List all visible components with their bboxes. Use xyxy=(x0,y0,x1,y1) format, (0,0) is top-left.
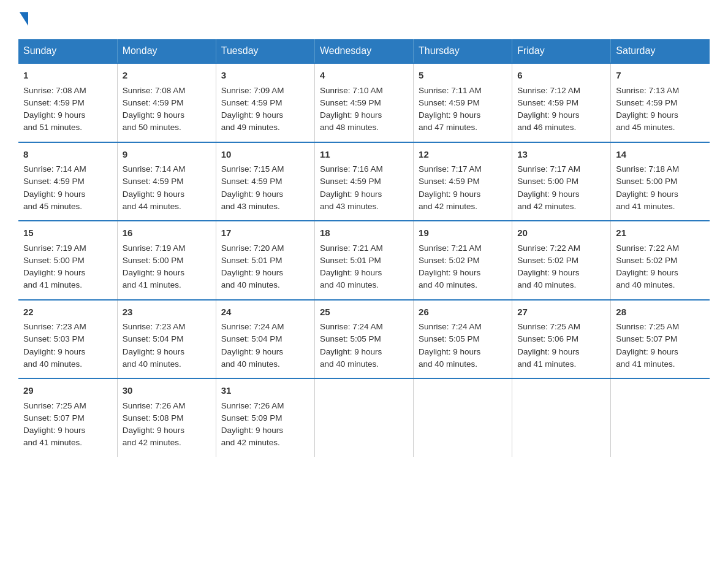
calendar-cell: 30 Sunrise: 7:26 AM Sunset: 5:08 PM Dayl… xyxy=(117,378,216,457)
day-number: 17 xyxy=(221,226,309,240)
week-row-2: 8 Sunrise: 7:14 AM Sunset: 4:59 PM Dayli… xyxy=(18,142,710,221)
day-sunset: Sunset: 5:06 PM xyxy=(517,334,578,343)
logo-triangle-icon xyxy=(20,12,28,26)
day-sunrise: Sunrise: 7:15 AM xyxy=(221,164,284,174)
day-daylight-min: and 42 minutes. xyxy=(419,202,477,211)
day-sunset: Sunset: 5:07 PM xyxy=(23,413,85,423)
day-daylight: Daylight: 9 hours xyxy=(320,190,382,199)
day-sunrise: Sunrise: 7:12 AM xyxy=(517,86,580,95)
day-sunrise: Sunrise: 7:17 AM xyxy=(419,164,482,174)
calendar-cell: 14 Sunrise: 7:18 AM Sunset: 5:00 PM Dayl… xyxy=(611,142,710,221)
day-daylight-min: and 44 minutes. xyxy=(123,202,181,211)
day-number: 7 xyxy=(616,69,705,83)
day-daylight: Daylight: 9 hours xyxy=(616,347,678,356)
day-sunset: Sunset: 4:59 PM xyxy=(23,98,85,107)
day-number: 16 xyxy=(123,226,211,240)
day-sunset: Sunset: 4:59 PM xyxy=(419,98,480,107)
day-daylight: Daylight: 9 hours xyxy=(320,110,382,120)
day-number: 12 xyxy=(419,148,507,162)
day-daylight-min: and 41 minutes. xyxy=(616,202,675,211)
calendar-cell: 21 Sunrise: 7:22 AM Sunset: 5:02 PM Dayl… xyxy=(611,221,710,300)
day-sunrise: Sunrise: 7:08 AM xyxy=(23,86,86,95)
day-sunrise: Sunrise: 7:22 AM xyxy=(517,243,580,253)
day-sunset: Sunset: 5:02 PM xyxy=(616,256,677,265)
day-daylight: Daylight: 9 hours xyxy=(517,110,579,120)
calendar-cell: 6 Sunrise: 7:12 AM Sunset: 4:59 PM Dayli… xyxy=(512,63,611,142)
day-sunset: Sunset: 5:00 PM xyxy=(517,177,578,186)
day-sunset: Sunset: 4:59 PM xyxy=(221,177,282,186)
day-sunset: Sunset: 5:05 PM xyxy=(320,334,381,343)
day-daylight-min: and 40 minutes. xyxy=(419,280,477,289)
day-number: 27 xyxy=(517,305,605,320)
calendar-cell: 4 Sunrise: 7:10 AM Sunset: 4:59 PM Dayli… xyxy=(314,63,413,142)
day-daylight-min: and 50 minutes. xyxy=(123,123,181,132)
day-daylight-min: and 40 minutes. xyxy=(23,359,82,369)
day-daylight-min: and 40 minutes. xyxy=(616,280,675,289)
week-row-4: 22 Sunrise: 7:23 AM Sunset: 5:03 PM Dayl… xyxy=(18,300,710,379)
day-number: 18 xyxy=(320,226,408,240)
day-sunset: Sunset: 5:08 PM xyxy=(123,413,184,423)
day-daylight-min: and 41 minutes. xyxy=(123,280,181,289)
calendar-cell xyxy=(611,378,710,457)
day-sunset: Sunset: 5:09 PM xyxy=(221,413,282,423)
day-daylight-min: and 40 minutes. xyxy=(123,359,181,369)
day-sunset: Sunset: 5:00 PM xyxy=(616,177,677,186)
day-sunset: Sunset: 5:02 PM xyxy=(419,256,480,265)
weekday-sunday: Sunday xyxy=(18,39,117,63)
day-daylight: Daylight: 9 hours xyxy=(221,190,283,199)
day-daylight-min: and 48 minutes. xyxy=(320,123,379,132)
day-number: 24 xyxy=(221,305,309,320)
calendar-cell: 7 Sunrise: 7:13 AM Sunset: 4:59 PM Dayli… xyxy=(611,63,710,142)
day-daylight-min: and 41 minutes. xyxy=(517,359,576,369)
calendar-cell: 2 Sunrise: 7:08 AM Sunset: 4:59 PM Dayli… xyxy=(117,63,216,142)
day-number: 1 xyxy=(23,69,112,83)
day-sunset: Sunset: 4:59 PM xyxy=(123,98,184,107)
day-number: 25 xyxy=(320,305,408,320)
calendar-cell xyxy=(414,378,512,457)
day-sunrise: Sunrise: 7:23 AM xyxy=(23,322,86,331)
day-sunrise: Sunrise: 7:13 AM xyxy=(616,86,679,95)
day-number: 3 xyxy=(221,69,309,83)
day-sunrise: Sunrise: 7:18 AM xyxy=(616,164,679,174)
weekday-friday: Friday xyxy=(512,39,611,63)
day-sunrise: Sunrise: 7:14 AM xyxy=(23,164,86,174)
day-daylight-min: and 40 minutes. xyxy=(221,280,280,289)
day-daylight-min: and 45 minutes. xyxy=(616,123,675,132)
day-daylight: Daylight: 9 hours xyxy=(123,426,184,435)
day-daylight-min: and 47 minutes. xyxy=(419,123,477,132)
day-number: 6 xyxy=(517,69,605,83)
day-sunset: Sunset: 5:03 PM xyxy=(23,334,85,343)
day-sunrise: Sunrise: 7:25 AM xyxy=(23,401,86,410)
day-daylight: Daylight: 9 hours xyxy=(517,268,579,277)
day-daylight-min: and 46 minutes. xyxy=(517,123,576,132)
day-daylight: Daylight: 9 hours xyxy=(419,190,480,199)
calendar-cell: 31 Sunrise: 7:26 AM Sunset: 5:09 PM Dayl… xyxy=(216,378,314,457)
day-daylight-min: and 49 minutes. xyxy=(221,123,280,132)
week-row-5: 29 Sunrise: 7:25 AM Sunset: 5:07 PM Dayl… xyxy=(18,378,710,457)
calendar-cell: 9 Sunrise: 7:14 AM Sunset: 4:59 PM Dayli… xyxy=(117,142,216,221)
day-number: 22 xyxy=(23,305,112,320)
day-sunrise: Sunrise: 7:14 AM xyxy=(123,164,186,174)
day-number: 14 xyxy=(616,148,705,162)
day-daylight: Daylight: 9 hours xyxy=(419,110,480,120)
calendar-cell: 13 Sunrise: 7:17 AM Sunset: 5:00 PM Dayl… xyxy=(512,142,611,221)
day-sunrise: Sunrise: 7:11 AM xyxy=(419,86,482,95)
calendar-cell: 22 Sunrise: 7:23 AM Sunset: 5:03 PM Dayl… xyxy=(18,300,117,379)
day-daylight-min: and 41 minutes. xyxy=(23,438,82,447)
calendar-cell: 24 Sunrise: 7:24 AM Sunset: 5:04 PM Dayl… xyxy=(216,300,314,379)
day-daylight-min: and 43 minutes. xyxy=(320,202,379,211)
day-daylight-min: and 51 minutes. xyxy=(23,123,82,132)
day-sunrise: Sunrise: 7:19 AM xyxy=(123,243,186,253)
calendar-body: 1 Sunrise: 7:08 AM Sunset: 4:59 PM Dayli… xyxy=(18,63,710,457)
day-number: 13 xyxy=(517,148,605,162)
day-daylight-min: and 40 minutes. xyxy=(320,280,379,289)
day-number: 29 xyxy=(23,384,112,398)
day-daylight: Daylight: 9 hours xyxy=(320,268,382,277)
day-sunset: Sunset: 4:59 PM xyxy=(517,98,578,107)
calendar-cell: 12 Sunrise: 7:17 AM Sunset: 4:59 PM Dayl… xyxy=(414,142,512,221)
day-sunrise: Sunrise: 7:24 AM xyxy=(419,322,482,331)
weekday-saturday: Saturday xyxy=(611,39,710,63)
day-daylight: Daylight: 9 hours xyxy=(23,110,85,120)
day-daylight: Daylight: 9 hours xyxy=(221,110,283,120)
day-number: 15 xyxy=(23,226,112,240)
